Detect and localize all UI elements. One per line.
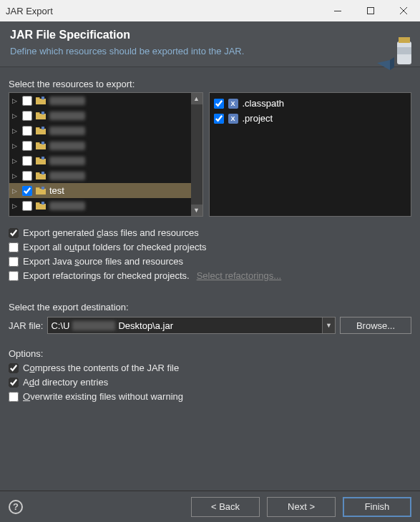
chevron-down-icon[interactable]: ▼ — [322, 317, 335, 333]
page-subtitle: Define which resources should be exporte… — [10, 46, 410, 56]
export-java-source-row: Export Java source files and resources — [9, 256, 411, 267]
jar-icon — [377, 31, 413, 74]
tree-checkbox[interactable] — [22, 186, 32, 196]
export-refactorings-label: Export refactorings for checked projects… — [23, 270, 190, 281]
dir-entries-row: Add directory entries — [9, 377, 411, 388]
redacted-label — [49, 172, 85, 180]
expand-icon[interactable]: ▷ — [12, 97, 19, 104]
tree-checkbox[interactable] — [22, 171, 32, 181]
tree-scrollbar[interactable]: ▲ ▼ — [191, 93, 202, 216]
compress-label: Compress the contents of the JAR file — [23, 363, 179, 373]
scroll-up-icon[interactable]: ▲ — [191, 93, 202, 104]
export-class-files-label: Export generated class files and resourc… — [23, 227, 199, 238]
tree-item[interactable]: ▷ — [9, 153, 191, 168]
file-icon: X — [228, 114, 238, 124]
file-label: .classpath — [243, 98, 285, 109]
tree-item[interactable]: ▷ — [9, 108, 191, 123]
svg-rect-1 — [368, 8, 374, 14]
jar-file-label: JAR file: — [9, 320, 43, 331]
export-class-files-checkbox[interactable] — [9, 228, 19, 238]
svg-rect-14 — [41, 172, 44, 174]
compress-row: Compress the contents of the JAR file — [9, 363, 411, 373]
svg-rect-7 — [399, 37, 410, 43]
scroll-down-icon[interactable]: ▼ — [191, 205, 202, 216]
svg-rect-15 — [41, 187, 44, 189]
file-list[interactable]: X.classpathX.project — [209, 92, 412, 217]
project-tree[interactable]: ▷▷▷▷▷▷▷test▷ ▲ ▼ — [9, 92, 203, 217]
file-checkbox[interactable] — [214, 99, 224, 109]
overwrite-row: Overwrite existing files without warning — [9, 391, 411, 402]
expand-icon[interactable]: ▷ — [12, 142, 19, 149]
tree-item[interactable]: ▷ — [9, 123, 191, 138]
tree-checkbox[interactable] — [22, 126, 32, 136]
expand-icon[interactable]: ▷ — [12, 187, 19, 194]
compress-checkbox[interactable] — [9, 363, 19, 373]
svg-rect-13 — [41, 157, 44, 159]
tree-checkbox[interactable] — [22, 201, 32, 211]
svg-rect-16 — [41, 202, 44, 205]
folder-icon — [35, 171, 47, 181]
folder-icon — [35, 111, 47, 121]
close-button[interactable] — [387, 0, 420, 21]
expand-icon[interactable]: ▷ — [12, 172, 19, 179]
redacted-label — [49, 142, 85, 150]
svg-rect-10 — [41, 112, 44, 114]
resources-label: Select the resources to export: — [9, 79, 411, 89]
redacted-label — [49, 112, 85, 120]
file-label: .project — [243, 113, 273, 124]
browse-button[interactable]: Browse... — [340, 317, 411, 334]
export-class-files-row: Export generated class files and resourc… — [9, 227, 411, 238]
tree-item[interactable]: ▷ — [9, 138, 191, 153]
svg-rect-11 — [41, 127, 44, 129]
expand-icon[interactable]: ▷ — [12, 157, 19, 164]
overwrite-checkbox[interactable] — [9, 392, 19, 402]
options-label: Options: — [9, 348, 411, 359]
dir-entries-label: Add directory entries — [23, 377, 108, 388]
select-refactorings-link[interactable]: Select refactorings... — [197, 270, 282, 281]
folder-icon — [35, 126, 47, 136]
overwrite-label: Overwrite existing files without warning — [23, 391, 183, 402]
tree-checkbox[interactable] — [22, 96, 32, 106]
tree-checkbox[interactable] — [22, 156, 32, 166]
next-button[interactable]: Next > — [267, 497, 336, 517]
destination-label: Select the export destination: — [9, 302, 411, 312]
wizard-footer: ? < Back Next > Finish — [0, 491, 420, 522]
tree-checkbox[interactable] — [22, 111, 32, 121]
tree-item[interactable]: ▷ — [9, 93, 191, 108]
minimize-button[interactable] — [321, 0, 354, 21]
tree-item[interactable]: ▷test — [9, 183, 191, 198]
export-java-source-label: Export Java source files and resources — [23, 256, 183, 267]
folder-icon — [35, 156, 47, 166]
expand-icon[interactable]: ▷ — [12, 127, 19, 134]
export-java-source-checkbox[interactable] — [9, 257, 19, 267]
folder-icon — [35, 201, 47, 211]
help-icon[interactable]: ? — [9, 500, 23, 514]
export-refactorings-checkbox[interactable] — [9, 271, 19, 281]
finish-button[interactable]: Finish — [343, 497, 411, 517]
folder-icon — [35, 141, 47, 151]
file-icon: X — [228, 99, 238, 109]
svg-rect-8 — [397, 47, 411, 54]
tree-item[interactable]: ▷ — [9, 198, 191, 213]
tree-item[interactable]: ▷ — [9, 168, 191, 183]
jar-file-combo[interactable]: C:\U Desktop\a.jar ▼ — [47, 317, 336, 334]
expand-icon[interactable]: ▷ — [12, 112, 19, 119]
dir-entries-checkbox[interactable] — [9, 378, 19, 388]
svg-marker-4 — [377, 60, 390, 70]
file-item[interactable]: X.classpath — [214, 96, 407, 111]
window-title: JAR Export — [6, 6, 321, 16]
redacted-label — [49, 202, 85, 210]
tree-checkbox[interactable] — [22, 141, 32, 151]
redacted-label — [49, 127, 85, 135]
file-item[interactable]: X.project — [214, 111, 407, 126]
titlebar: JAR Export — [0, 0, 420, 21]
expand-icon[interactable]: ▷ — [12, 202, 19, 210]
svg-rect-9 — [41, 97, 44, 99]
maximize-button[interactable] — [354, 0, 387, 21]
redacted-label — [49, 97, 85, 105]
back-button[interactable]: < Back — [191, 497, 260, 517]
svg-marker-5 — [390, 57, 394, 70]
wizard-header: JAR File Specification Define which reso… — [0, 21, 420, 67]
export-output-folders-checkbox[interactable] — [9, 242, 19, 252]
file-checkbox[interactable] — [214, 114, 224, 124]
